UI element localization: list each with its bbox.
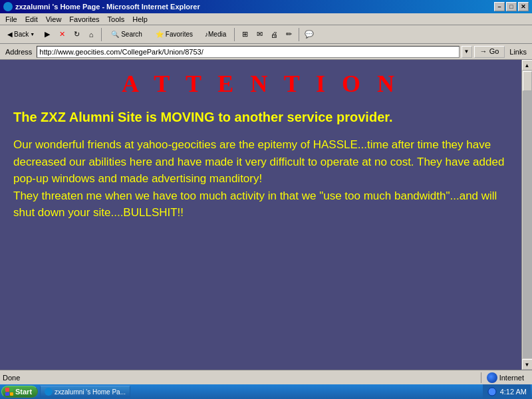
go-button[interactable]: → Go: [474, 46, 505, 58]
svg-point-0: [488, 388, 496, 396]
menu-view[interactable]: View: [42, 15, 66, 24]
address-dropdown-button[interactable]: ▼: [462, 46, 472, 58]
stop-button[interactable]: ✕: [55, 27, 68, 42]
address-label: Address: [3, 48, 35, 56]
home-button[interactable]: ⌂: [84, 27, 98, 42]
maximize-button[interactable]: □: [506, 2, 517, 11]
menu-tools[interactable]: Tools: [104, 15, 129, 24]
scroll-down-button[interactable]: ▼: [522, 359, 533, 370]
title-bar-left: zxzalumni 's Home Page - Microsoft Inter…: [3, 2, 200, 11]
links-label: Links: [507, 48, 529, 56]
attention-heading: A T T E N T I O N: [13, 70, 508, 98]
body-text: Our wonderful friends at yahoo-geocities…: [13, 136, 508, 221]
taskbar-ie-icon: [45, 388, 53, 396]
toolbar-separator-3: [299, 28, 299, 41]
status-text: Done: [3, 374, 479, 382]
discuss-icon: 💬: [305, 30, 314, 39]
status-bar: Done Internet: [0, 370, 532, 384]
ie-logo-icon: [3, 2, 13, 11]
menu-favorites[interactable]: Favorites: [65, 15, 103, 24]
minimize-button[interactable]: –: [494, 2, 505, 11]
toolbar-separator-2: [234, 28, 235, 41]
favorites-label: Favorites: [166, 31, 193, 38]
stop-icon: ✕: [59, 30, 65, 39]
favorites-icon: ⭐: [156, 31, 164, 38]
search-button[interactable]: 🔍 Search: [105, 27, 148, 42]
forward-button[interactable]: ▶: [41, 27, 54, 42]
address-input[interactable]: [37, 46, 459, 58]
search-icon: 🔍: [111, 31, 119, 38]
title-bar-controls: – □ ✕: [494, 2, 529, 11]
system-tray: 4:12 AM: [483, 384, 531, 399]
refresh-icon: ↻: [74, 30, 80, 39]
refresh-button[interactable]: ↻: [70, 27, 83, 42]
start-button[interactable]: Start: [1, 386, 38, 398]
globe-icon: [487, 372, 497, 383]
mail-button[interactable]: ✉: [253, 27, 266, 42]
scroll-thumb[interactable]: [523, 71, 532, 91]
vertical-scrollbar: ▲ ▼: [521, 60, 532, 370]
close-button[interactable]: ✕: [518, 2, 529, 11]
taskbar-ie-label: zxzalumni 's Home Pa...: [55, 388, 126, 396]
media-button[interactable]: ♪ Media: [200, 27, 231, 42]
print-button[interactable]: 🖨: [267, 27, 281, 42]
forward-icon: ▶: [45, 30, 50, 39]
history-icon: ⊞: [242, 30, 248, 39]
menu-edit[interactable]: Edit: [21, 15, 42, 24]
go-label: Go: [489, 47, 499, 55]
menu-bar: File Edit View Favorites Tools Help: [0, 13, 532, 25]
moving-announcement: The ZXZ Alumni Site is MOVING to another…: [13, 108, 508, 126]
go-arrow-icon: →: [480, 47, 487, 55]
print-icon: 🖨: [271, 31, 278, 39]
menu-help[interactable]: Help: [128, 15, 152, 24]
toolbar-separator-1: [101, 28, 102, 41]
taskbar: Start zxzalumni 's Home Pa... 4:12 AM: [0, 384, 532, 399]
windows-logo-icon: [5, 388, 13, 396]
discuss-button[interactable]: 💬: [303, 27, 316, 42]
back-label: Back: [14, 31, 29, 38]
edit-button[interactable]: ✏: [282, 27, 295, 42]
address-bar: Address ▼ → Go Links: [0, 44, 532, 60]
favorites-button[interactable]: ⭐ Favorites: [150, 27, 199, 42]
media-label: Media: [208, 31, 226, 38]
content-area: A T T E N T I O N The ZXZ Alumni Site is…: [0, 60, 521, 370]
edit-icon: ✏: [286, 30, 292, 39]
scroll-up-button[interactable]: ▲: [522, 60, 533, 70]
back-dropdown-icon: ▼: [30, 32, 35, 37]
mail-icon: ✉: [257, 30, 263, 39]
taskbar-ie-button[interactable]: zxzalumni 's Home Pa...: [40, 386, 130, 398]
network-icon: [487, 386, 497, 397]
scroll-track[interactable]: [523, 71, 532, 358]
back-arrow-icon: ◀: [7, 31, 13, 38]
home-icon: ⌂: [89, 31, 94, 39]
history-button[interactable]: ⊞: [238, 27, 251, 42]
window-title: zxzalumni 's Home Page - Microsoft Inter…: [15, 3, 200, 11]
toolbar: ◀ Back ▼ ▶ ✕ ↻ ⌂ 🔍 Search ⭐ Favorites ♪ …: [0, 25, 532, 44]
search-label: Search: [121, 31, 142, 38]
menu-file[interactable]: File: [1, 15, 21, 24]
security-zone: Internet: [481, 372, 529, 383]
back-button[interactable]: ◀ Back ▼: [3, 27, 39, 42]
zone-label: Internet: [499, 374, 524, 382]
content-wrapper: A T T E N T I O N The ZXZ Alumni Site is…: [0, 60, 532, 370]
system-clock: 4:12 AM: [500, 388, 527, 396]
start-label: Start: [15, 388, 32, 396]
title-bar: zxzalumni 's Home Page - Microsoft Inter…: [0, 0, 532, 13]
